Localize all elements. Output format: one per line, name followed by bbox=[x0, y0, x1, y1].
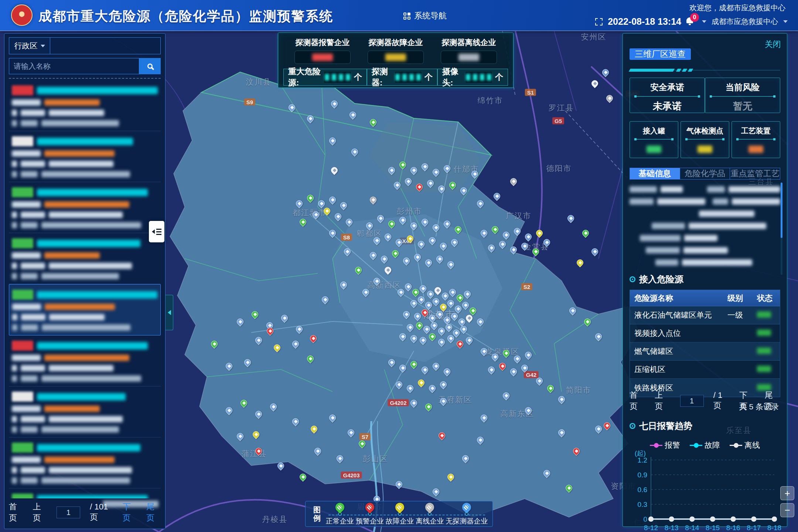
user-menu[interactable]: 成都市应急救援中心 bbox=[712, 17, 778, 27]
map-road-label: G5 bbox=[552, 117, 564, 125]
chevron-down-icon bbox=[783, 20, 788, 23]
map-city-label: 丹棱县 bbox=[262, 514, 288, 525]
grid-nav-icon bbox=[403, 13, 410, 20]
status-badge bbox=[12, 187, 33, 197]
prev-page-button[interactable]: 上页 bbox=[655, 390, 670, 412]
total-counter: 摄像头:个 bbox=[437, 69, 508, 86]
map-city-label: 汶川县 bbox=[246, 77, 272, 87]
map-city-label: 德阳市 bbox=[546, 163, 572, 174]
svg-text:1.2: 1.2 bbox=[638, 456, 647, 464]
enterprise-detail-panel: 关闭 三维厂区巡查 安全承诺 未承诺 当前风险 暂无 接入罐气体检测点工艺装置 … bbox=[623, 33, 787, 527]
company-list-item[interactable] bbox=[9, 80, 161, 131]
page-title: 成都市重大危险源（危险化学品）监测预警系统 bbox=[38, 7, 333, 25]
last-page-button[interactable]: 尾页 bbox=[765, 390, 780, 412]
svg-text:8-13: 8-13 bbox=[665, 524, 679, 532]
fullscreen-icon[interactable] bbox=[595, 18, 603, 25]
next-page-button[interactable]: 下页 bbox=[739, 390, 755, 412]
legend-item: 故障企业 bbox=[386, 501, 414, 526]
system-nav-button[interactable]: 系统导航 bbox=[403, 10, 447, 21]
3d-tour-button[interactable]: 三维厂区巡查 bbox=[630, 48, 691, 60]
region-select[interactable]: 行政区 bbox=[9, 37, 50, 54]
page-number-input[interactable] bbox=[680, 395, 704, 407]
company-list-item[interactable] bbox=[9, 335, 161, 386]
legend-pin-icon bbox=[423, 501, 436, 514]
chart-legend-item[interactable]: 离线 bbox=[730, 440, 760, 450]
current-risk-box: 当前风险 暂无 bbox=[705, 78, 780, 113]
svg-text:8-17: 8-17 bbox=[747, 524, 761, 532]
search-input[interactable] bbox=[9, 58, 139, 74]
map-road-label: G42 bbox=[524, 371, 539, 378]
address-redacted bbox=[41, 375, 141, 382]
svg-text:0.9: 0.9 bbox=[638, 471, 647, 479]
status-redacted bbox=[757, 366, 771, 372]
total-counter: 重大危险源:个 bbox=[283, 69, 367, 86]
panel-expand-button[interactable] bbox=[149, 221, 164, 242]
address-redacted bbox=[41, 273, 119, 279]
company-name-redacted bbox=[37, 444, 140, 451]
company-list-item[interactable] bbox=[9, 386, 161, 437]
table-row[interactable]: 燃气储罐区 bbox=[630, 342, 780, 361]
metric-box: 接入罐 bbox=[630, 121, 678, 158]
tab-危险化学品[interactable]: 危险化学品 bbox=[680, 168, 730, 179]
table-row[interactable]: 液化石油气储罐区单元一级 bbox=[630, 306, 780, 324]
search-button[interactable] bbox=[139, 58, 161, 74]
zoom-out-button[interactable]: − bbox=[780, 503, 794, 517]
sidebar-footer: 首页 上页 / 101页 下页 尾页 bbox=[9, 498, 161, 526]
company-list-item[interactable] bbox=[9, 182, 161, 233]
notification-button[interactable]: 0 bbox=[686, 17, 702, 26]
close-button[interactable]: 关闭 bbox=[765, 39, 781, 50]
company-list-item[interactable] bbox=[9, 488, 161, 498]
search-row bbox=[9, 58, 161, 74]
svg-text:0: 0 bbox=[643, 515, 647, 523]
region-value-field[interactable] bbox=[50, 37, 161, 54]
table-row[interactable]: 压缩机区 bbox=[630, 361, 780, 379]
risk-level-redacted bbox=[44, 406, 100, 412]
map-legend-panel: 图例 正常企业预警企业故障企业离线企业无探测器企业 bbox=[305, 501, 493, 527]
tab-基础信息[interactable]: 基础信息 bbox=[630, 168, 680, 179]
first-page-button[interactable]: 首页 bbox=[9, 501, 23, 524]
contact-redacted bbox=[49, 212, 123, 218]
risk-level-redacted bbox=[44, 252, 100, 259]
next-page-button[interactable]: 下页 bbox=[123, 501, 137, 524]
legend-pin-icon bbox=[364, 501, 376, 514]
zoom-in-button[interactable]: + bbox=[780, 486, 794, 500]
status-redacted bbox=[757, 330, 771, 336]
region-select-label: 行政区 bbox=[14, 41, 38, 51]
company-list-item[interactable] bbox=[9, 233, 161, 284]
panel-scrollbar[interactable] bbox=[781, 183, 782, 275]
current-risk-value: 暂无 bbox=[705, 100, 780, 113]
safety-commitment-value: 未承诺 bbox=[630, 100, 705, 113]
commitment-risk-row: 安全承诺 未承诺 当前风险 暂无 bbox=[630, 78, 780, 113]
map-zoom-control: + − bbox=[780, 486, 794, 517]
sidebar-collapse-button[interactable] bbox=[166, 295, 173, 330]
chart-legend-item[interactable]: 报警 bbox=[650, 440, 680, 450]
status-redacted bbox=[757, 311, 771, 318]
company-list-item[interactable] bbox=[9, 284, 161, 335]
status-badge bbox=[12, 494, 33, 498]
legend-pin-icon bbox=[393, 501, 406, 514]
table-row[interactable]: 视频接入点位 bbox=[630, 324, 780, 342]
divider bbox=[9, 78, 161, 79]
company-list-item[interactable] bbox=[9, 131, 161, 182]
basic-info-section bbox=[630, 186, 780, 271]
sidebar-pagination: 首页 上页 / 101页 下页 尾页 bbox=[9, 501, 161, 524]
map-road-label: S2 bbox=[521, 283, 532, 290]
svg-text:8-12: 8-12 bbox=[644, 524, 658, 532]
company-list-item[interactable] bbox=[9, 437, 161, 488]
page-number-input[interactable] bbox=[57, 507, 80, 518]
chart-legend-item[interactable]: 故障 bbox=[690, 440, 720, 450]
total-pages-label: / 101页 bbox=[90, 502, 113, 523]
address-redacted bbox=[41, 120, 119, 126]
status-badge bbox=[12, 443, 33, 453]
hazard-section-header: 接入危险源 bbox=[630, 273, 780, 285]
trend-chart-svg: (起)00.30.60.91.28-128-138-148-158-168-17… bbox=[630, 450, 781, 532]
prev-page-button[interactable]: 上页 bbox=[33, 501, 47, 524]
first-page-button[interactable]: 首页 bbox=[630, 390, 645, 412]
map-road-label: S1 bbox=[525, 89, 536, 96]
company-name-redacted bbox=[37, 291, 157, 299]
company-name-redacted bbox=[37, 495, 148, 499]
last-page-button[interactable]: 尾页 bbox=[146, 501, 161, 524]
svg-text:0.3: 0.3 bbox=[638, 501, 647, 508]
legend-items: 正常企业预警企业故障企业离线企业无探测器企业 bbox=[325, 501, 489, 526]
notification-badge: 0 bbox=[690, 13, 699, 22]
